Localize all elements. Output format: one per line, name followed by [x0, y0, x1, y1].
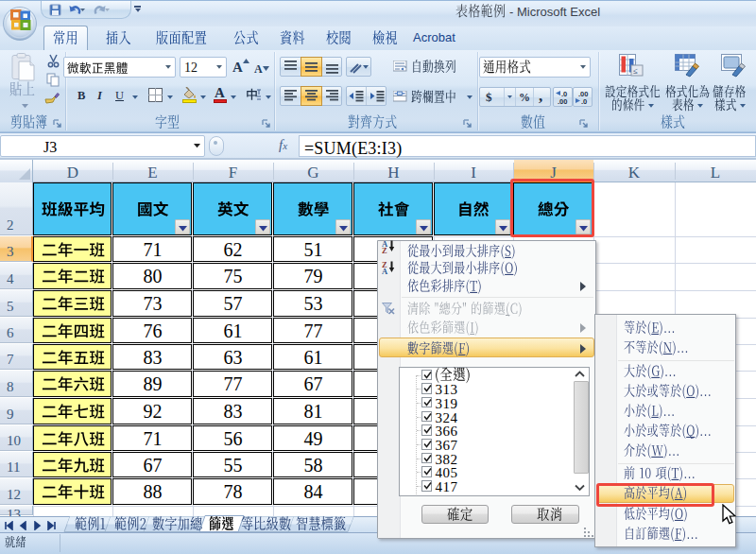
svg-text:Z: Z [382, 246, 387, 254]
svg-text:≤: ≤ [633, 66, 638, 76]
svg-text:.0: .0 [581, 97, 587, 105]
svg-text:.00: .00 [558, 97, 567, 105]
svg-text:A: A [382, 266, 388, 274]
